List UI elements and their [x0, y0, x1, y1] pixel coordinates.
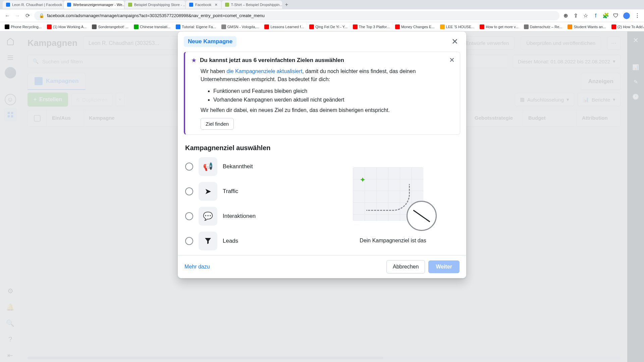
bookmark-item[interactable]: Student Wants an...	[566, 24, 607, 30]
modal-close-button[interactable]: ✕	[449, 36, 460, 47]
next-button[interactable]: Weiter	[428, 260, 460, 273]
objective-label: Traffic	[223, 188, 238, 195]
bookmark-item[interactable]: How to get more v...	[478, 24, 520, 30]
objective-label: Interaktionen	[223, 213, 256, 220]
banner-close-button[interactable]: ✕	[447, 55, 457, 65]
zoom-icon[interactable]: ⊕	[563, 13, 568, 18]
bookmark-item[interactable]: Datenschutz – Re...	[523, 24, 564, 30]
objective-preview: ✦ Dein Kampagnenziel ist das	[327, 157, 459, 250]
bookmark-item[interactable]: Phone Recycling...	[3, 24, 43, 30]
star-icon: ★	[191, 57, 197, 64]
tab-label: Werbeanzeigenmanager - We...	[73, 3, 124, 7]
objective-traffic[interactable]: ➤ Traffic	[185, 182, 317, 201]
bookmark-item[interactable]: Qing Fei De Yi - Y...	[308, 24, 349, 30]
objective-label: Leads	[223, 238, 238, 244]
bookmark-item[interactable]: Lessons Learned f...	[263, 24, 305, 30]
bookmark-item[interactable]: GMSN - Vologda,...	[220, 24, 261, 30]
bookmark-item[interactable]: Sonderangebot! ...	[91, 24, 130, 30]
objective-leads[interactable]: Leads	[185, 232, 317, 250]
shield-icon[interactable]: 🛡	[613, 13, 619, 18]
chat-icon: 💬	[199, 207, 217, 226]
preview-text: Dein Kampagnenziel ist das	[360, 238, 426, 244]
learn-more-link[interactable]: Mehr dazu	[184, 264, 210, 270]
cursor-icon: ➤	[199, 182, 217, 201]
facebook-ext-icon[interactable]: f	[593, 13, 598, 18]
browser-tab[interactable]: Leon R. Chaudhari | Facebook×	[3, 1, 63, 9]
bookmark-item[interactable]: (2) How To Add A...	[610, 24, 644, 30]
objective-engagement[interactable]: 💬 Interaktionen	[185, 207, 317, 226]
bookmark-item[interactable]: Money Changes E...	[394, 24, 436, 30]
objective-label: Bekanntheit	[223, 163, 253, 170]
tab-label: Leon R. Chaudhari | Facebook	[12, 3, 62, 7]
tab-label: T-Shirt – Beispiel Dropshippin...	[231, 3, 282, 7]
find-objective-button[interactable]: Ziel finden	[201, 118, 234, 130]
tab-label: Beispiel Dropshipping Store - ...	[134, 3, 185, 7]
puzzle-icon[interactable]: 🧩	[603, 13, 608, 18]
funnel-icon	[199, 232, 217, 250]
bookmarks-bar: Phone Recycling... (1) How Working A... …	[0, 22, 644, 32]
banner-list: Funktionen und Features bleiben gleich V…	[207, 87, 454, 104]
url-input[interactable]: 🔒 facebook.com/adsmanager/manage/campaig…	[34, 11, 559, 20]
info-banner: ✕ ★ Du kannst jetzt aus 6 vereinfachten …	[184, 52, 460, 135]
banner-body: Wir haben die Kampagnenziele aktualisier…	[201, 67, 454, 83]
banner-footer: Wir helfen dir dabei, ein neues Ziel zu …	[201, 107, 454, 113]
bookmark-item[interactable]: (1) How Working A...	[46, 24, 88, 30]
section-title: Kampagnenziel auswählen	[178, 141, 466, 157]
bookmark-item[interactable]: Chinese translati...	[132, 24, 172, 30]
forward-button[interactable]: →	[14, 12, 21, 19]
banner-link[interactable]: die Kampagnenziele aktualisiert	[226, 68, 302, 74]
browser-tab[interactable]: Facebook×	[186, 1, 221, 9]
new-tab-button[interactable]: +	[283, 1, 291, 9]
star-icon[interactable]: ☆	[583, 13, 588, 18]
bookmark-item[interactable]: Tutorial: Eigene Fa...	[174, 24, 217, 30]
back-button[interactable]: ←	[4, 12, 11, 19]
browser-tab[interactable]: Werbeanzeigenmanager - We...×	[64, 1, 124, 9]
profile-icon[interactable]	[623, 12, 630, 19]
url-bar: ← → ⟳ 🔒 facebook.com/adsmanager/manage/c…	[0, 9, 644, 22]
megaphone-icon: 📢	[199, 157, 217, 176]
browser-tab[interactable]: Beispiel Dropshipping Store - ...×	[125, 1, 185, 9]
bookmark-item[interactable]: LEE 'S HOUSE...	[439, 24, 476, 30]
lock-icon: 🔒	[39, 13, 44, 18]
bookmark-item[interactable]: The Top 3 Platfor...	[352, 24, 391, 30]
share-icon[interactable]: ⇪	[573, 13, 578, 18]
objective-awareness[interactable]: 📢 Bekanntheit	[185, 157, 317, 176]
modal-title: Neue Kampagne	[184, 36, 236, 47]
radio-button[interactable]	[185, 212, 193, 220]
close-icon[interactable]: ×	[215, 2, 217, 7]
browser-tab[interactable]: T-Shirt – Beispiel Dropshippin...×	[222, 1, 282, 9]
radio-button[interactable]	[185, 187, 193, 195]
browser-tab-strip: Leon R. Chaudhari | Facebook× Werbeanzei…	[0, 0, 644, 9]
reload-button[interactable]: ⟳	[24, 12, 31, 19]
new-campaign-modal: Neue Kampagne ✕ ✕ ★ Du kannst jetzt aus …	[178, 32, 466, 278]
compass-illustration: ✦	[350, 164, 437, 231]
banner-title: Du kannst jetzt aus 6 vereinfachten Ziel…	[200, 57, 344, 64]
radio-button[interactable]	[185, 163, 193, 171]
tab-label: Facebook	[195, 3, 211, 7]
url-text: facebook.com/adsmanager/manage/campaigns…	[47, 13, 265, 18]
menu-icon[interactable]: ⋮	[635, 13, 640, 18]
cancel-button[interactable]: Abbrechen	[386, 260, 425, 274]
radio-button[interactable]	[185, 237, 193, 245]
